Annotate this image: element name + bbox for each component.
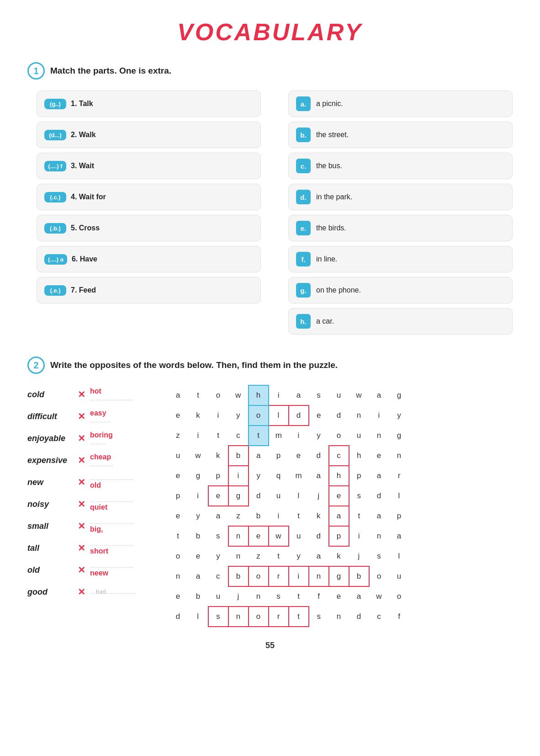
grid-cell-6-6: t <box>289 506 309 526</box>
match-left-item-5: (.b.) 5. Cross <box>37 215 261 241</box>
match-label-5: 5. Cross <box>71 224 100 232</box>
section2-number: 2 <box>27 357 45 374</box>
grid-cell-4-0: e <box>168 466 188 486</box>
grid-cell-8-9: j <box>349 546 369 566</box>
grid-cell-7-6: u <box>289 526 309 546</box>
grid-cell-3-7: d <box>309 446 329 466</box>
grid-cell-8-0: o <box>168 546 188 566</box>
x-good: ✕ <box>78 586 85 597</box>
grid-cell-4-5: q <box>269 466 289 486</box>
match-right-item-a: a. a picnic. <box>288 91 513 117</box>
grid-cell-2-10: n <box>369 426 389 446</box>
grid-cell-7-7: d <box>309 526 329 546</box>
match-label-7: 7. Feed <box>71 286 96 294</box>
match-label-6: 6. Have <box>72 255 97 263</box>
grid-cell-9-4: o <box>249 566 269 586</box>
x-small: ✕ <box>78 521 85 532</box>
grid-cell-4-1: g <box>188 466 208 486</box>
grid-cell-9-8: g <box>329 566 349 586</box>
grid-cell-4-8: h <box>329 466 349 486</box>
grid-cell-0-5: i <box>269 385 289 405</box>
letter-badge-h: h. <box>296 314 311 329</box>
grid-cell-2-7: y <box>309 426 329 446</box>
opposite-row-good: good ✕ ...bad............... <box>27 582 149 602</box>
grid-cell-7-2: s <box>208 526 228 546</box>
grid-cell-9-9: b <box>349 566 369 586</box>
grid-cell-4-6: m <box>289 466 309 486</box>
word-noisy: noisy <box>27 500 73 509</box>
grid-cell-9-3: b <box>228 566 249 586</box>
grid-cell-0-1: t <box>188 385 208 405</box>
grid-cell-2-0: z <box>168 426 188 446</box>
opposites-list: cold ✕ hot ...................... diffic… <box>27 385 149 602</box>
letter-badge-g: g. <box>296 283 311 298</box>
grid-cell-4-11: r <box>389 466 409 486</box>
grid-cell-1-5: l <box>269 405 289 426</box>
match-label-3: 3. Wait <box>71 162 94 170</box>
grid-cell-9-10: o <box>369 566 389 586</box>
grid-cell-5-8: e <box>329 486 349 506</box>
answer-cold: hot <box>90 387 101 395</box>
grid-cell-0-10: a <box>369 385 389 405</box>
x-cold: ✕ <box>78 389 85 400</box>
grid-cell-0-0: a <box>168 385 188 405</box>
grid-cell-6-9: t <box>349 506 369 526</box>
grid-cell-10-1: b <box>188 586 208 607</box>
match-left-item-4: (.c.) 4. Wait for <box>37 184 261 210</box>
section2-header: 2 Write the opposites of the words below… <box>27 357 513 374</box>
match-right-text-c: the bus. <box>316 162 342 170</box>
grid-cell-5-9: s <box>349 486 369 506</box>
grid-cell-1-11: y <box>389 405 409 426</box>
match-right-item-g: g. on the phone. <box>288 277 513 303</box>
word-small: small <box>27 522 73 531</box>
grid-cell-11-1: l <box>188 607 208 627</box>
grid-cell-9-1: a <box>188 566 208 586</box>
match-left-item-3: (....) f 3. Wait <box>37 153 261 179</box>
grid-cell-7-1: b <box>188 526 208 546</box>
dots-enjoyable: ........ <box>90 439 106 446</box>
grid-cell-11-7: s <box>309 607 329 627</box>
answer-expensive: cheap <box>90 453 111 461</box>
grid-cell-3-0: u <box>168 446 188 466</box>
grid-cell-6-4: b <box>249 506 269 526</box>
grid-cell-8-10: s <box>369 546 389 566</box>
grid-cell-9-6: i <box>289 566 309 586</box>
section2: 2 Write the opposites of the words below… <box>27 357 513 627</box>
grid-cell-7-9: i <box>349 526 369 546</box>
grid-cell-11-4: o <box>249 607 269 627</box>
word-good: good <box>27 587 73 597</box>
x-new: ✕ <box>78 477 85 488</box>
grid-cell-10-9: a <box>349 586 369 607</box>
dots-difficult: ........... <box>90 417 112 424</box>
grid-cell-11-9: d <box>349 607 369 627</box>
opposite-row-tall: tall ✕ ...................... short <box>27 538 149 558</box>
grid-cell-2-2: t <box>208 426 228 446</box>
answer-good: ...bad............... <box>90 589 136 595</box>
section1: 1 Match the parts. One is extra. (g..) 1… <box>27 62 513 335</box>
match-container: (g..) 1. Talk (d...) 2. Walk (....) f <box>27 91 513 335</box>
grid-cell-7-0: t <box>168 526 188 546</box>
grid-cell-11-6: t <box>289 607 309 627</box>
match-label-4: 4. Wait for <box>71 193 106 201</box>
grid-cell-4-7: a <box>309 466 329 486</box>
grid-cell-0-6: a <box>289 385 309 405</box>
answer-difficult: easy <box>90 409 106 417</box>
grid-cell-4-2: p <box>208 466 228 486</box>
grid-cell-5-2: e <box>208 486 228 506</box>
grid-cell-3-5: p <box>269 446 289 466</box>
section1-number: 1 <box>27 62 45 80</box>
grid-cell-4-9: p <box>349 466 369 486</box>
answer-noisy: quiet <box>90 503 107 511</box>
section2-instruction: Write the opposites of the words below. … <box>50 360 338 370</box>
grid-cell-1-8: d <box>329 405 349 426</box>
grid-cell-6-7: k <box>309 506 329 526</box>
match-right-item-d: d. in the park. <box>288 184 513 210</box>
grid-cell-11-11: f <box>389 607 409 627</box>
grid-cell-3-2: k <box>208 446 228 466</box>
match-right-text-b: the street. <box>316 131 349 139</box>
word-old: old <box>27 565 73 575</box>
grid-cell-1-2: i <box>208 405 228 426</box>
x-expensive: ✕ <box>78 455 85 466</box>
match-badge-2: (d...) <box>44 130 66 140</box>
grid-cell-11-5: r <box>269 607 289 627</box>
